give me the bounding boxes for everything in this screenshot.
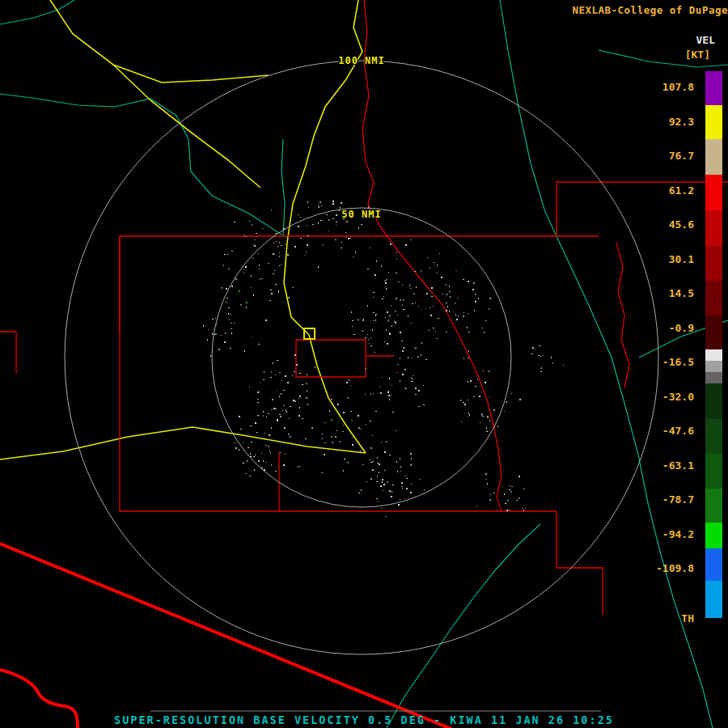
county-boundary-lines (0, 0, 728, 615)
colorbar-segment (705, 419, 722, 454)
colorbar-segment (705, 523, 722, 548)
range-ring-50nmi (212, 208, 511, 507)
colorbar-tick-label: -0.9 (669, 323, 694, 334)
colorbar-segment (705, 383, 722, 419)
colorbar-tick-label: -47.6 (662, 425, 694, 437)
colorbar-tick-label: -16.5 (662, 357, 694, 368)
colorbar-segment (705, 349, 722, 361)
colorbar-tick-label: 14.5 (669, 288, 694, 299)
colorbar-segment (705, 210, 722, 246)
colorbar-segment (705, 71, 722, 105)
colorbar-tick-label: 45.6 (669, 219, 694, 231)
colorbar-segment (705, 454, 722, 489)
colorbar-segment (705, 281, 722, 315)
colorbar-th-label: TH (681, 612, 694, 624)
radar-echoes (203, 201, 564, 517)
range-ring-100nmi (65, 61, 658, 654)
colorbar-segment (705, 372, 722, 383)
colorbar-tick-label: 30.1 (669, 254, 694, 265)
colorbar-segment (705, 361, 722, 372)
velocity-colorbar (705, 71, 722, 618)
radar-map-canvas (0, 0, 728, 728)
colorbar-tick-label: -78.7 (662, 494, 694, 506)
colorbar-segment (705, 315, 722, 349)
range-ring-label-50: 50 NMI (341, 209, 381, 220)
highway-lines (0, 0, 366, 459)
colorbar-tick-label: -94.2 (662, 529, 694, 540)
colorbar-unit-label: VEL (696, 34, 715, 46)
colorbar-segment (705, 548, 722, 581)
colorbar-tick-label: 107.8 (662, 82, 694, 93)
range-rings (65, 61, 658, 654)
colorbar-tick-label: 76.7 (669, 150, 694, 162)
colorbar-tick-label: 61.2 (669, 185, 694, 197)
attribution-title: NEXLAB-College of DuPage (572, 4, 728, 16)
colorbar-segment (705, 489, 722, 523)
colorbar-segment (705, 175, 722, 210)
product-caption: SUPER-RESOLUTION BASE VELOCITY 0.5 DEG -… (0, 713, 728, 726)
colorbar-tick-label: 92.3 (669, 116, 694, 128)
colorbar-tick-label: -109.8 (656, 563, 694, 574)
colorbar-segment (705, 139, 722, 175)
radar-display: NEXLAB-College of DuPage VEL [KT] 107.89… (0, 0, 728, 728)
colorbar-segment (705, 105, 722, 139)
river-lines (0, 0, 728, 728)
colorbar-segment (705, 581, 722, 618)
range-ring-label-100: 100 NMI (338, 55, 385, 66)
colorbar-tick-label: -63.1 (662, 460, 694, 472)
thick-border-lines (0, 544, 453, 728)
colorbar-tick-label: -32.0 (662, 392, 694, 403)
colorbar-unit-bracket: [KT] (685, 49, 710, 61)
colorbar-segment (705, 246, 722, 281)
